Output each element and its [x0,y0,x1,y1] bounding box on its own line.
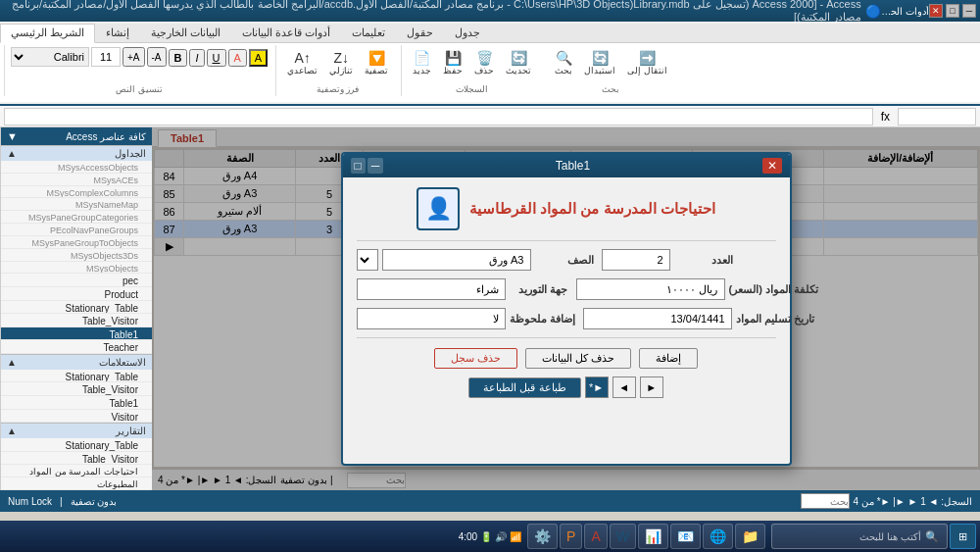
italic-button[interactable]: I [189,49,204,67]
delete-record-button[interactable]: 🗑️ حذف [469,47,499,78]
cost-label: تكلفة المواد (السعر) [729,283,818,296]
nav-item-school-needs[interactable]: احتياجات المدرسة من المواد [1,465,152,477]
nav-item-msyspanegroup[interactable]: MSysPaneGroupToObjects [1,236,152,249]
close-button[interactable]: ✕ [929,4,943,18]
modal-dialog: ✕ Table1 ─ □ 👤 احتياجات المدرسة من الموا… [341,152,792,466]
taskbar-powerpoint[interactable]: P [560,524,582,549]
nav-item-msysobjects[interactable]: MSysObjects [1,262,152,275]
nav-item-stationary3[interactable]: Stationary_Table [1,438,152,452]
tab-external-data[interactable]: البيانات الخارجية [140,24,231,42]
nav-item-visitor[interactable]: Visitor [1,410,152,424]
tab-home[interactable]: الشريط الرئيسي [0,24,95,43]
modal-close-button[interactable]: ✕ [762,158,782,174]
formula-input[interactable] [4,108,873,125]
taskbar-email[interactable]: 📧 [670,524,701,549]
refresh-button[interactable]: 🔄 تحديث [501,47,536,78]
font-color-button[interactable]: A [228,49,247,67]
highlight-button[interactable]: A [249,49,268,67]
start-button[interactable]: ⊞ [950,524,976,549]
nav-item-pec[interactable]: pec [1,274,152,287]
field-date: تاريخ تسليم المواد [583,308,814,329]
tab-table[interactable]: جدول [444,24,491,42]
nav-section-reports[interactable]: التقارير ▲ [1,423,152,438]
field-class: ▼ الصف [357,249,594,271]
goto-button[interactable]: ➡️ انتقال إلى [622,47,672,78]
modal-maximize[interactable]: □ [351,158,366,174]
delete-record-button[interactable]: حذف سجل [434,348,517,369]
ribbon-content: Calibri A+ A- B I U A A تنسيق النص [0,43,980,102]
minimize-button[interactable]: ─ [962,4,976,18]
bold-button[interactable]: B [169,49,188,67]
class-input[interactable] [382,249,531,271]
delete-all-button[interactable]: حذف كل البيانات [525,348,631,369]
replace-button[interactable]: 🔄 استبدال [579,47,620,78]
nav-item-tablevisitor3[interactable]: Table_Visitor [1,452,152,466]
modal-nav-row: طباعة قبل الطباعة ►* ◄ ► [357,376,776,398]
modal-minimize[interactable]: ─ [368,158,384,174]
nav-section-queries[interactable]: الاستعلامات ▲ [1,354,152,370]
taskbar-browser[interactable]: 🌐 [703,524,733,549]
nav-item-msyscomplex[interactable]: MSysComplexColumns [1,186,152,199]
nav-item-product[interactable]: Product [1,287,152,301]
nav-prev-button[interactable]: ◄ [612,376,636,398]
search-bar[interactable]: 🔍 أكتب هنا للبحث [771,524,948,549]
taskbar-word[interactable]: W [610,524,636,549]
modal-controls: ─ □ [351,158,384,174]
nav-item-msysaccessobjects[interactable]: MSysAccessObjects [1,161,152,174]
main-area: كافة عناصر Access ▼ الجداول ▲ MSysAccess… [0,127,980,490]
name-box[interactable]: ألإضافة [898,108,976,125]
nav-new-button[interactable]: ►* [585,376,609,398]
nav-item-teacher[interactable]: Teacher [1,340,152,354]
modal-overlay: ✕ Table1 ─ □ 👤 احتياجات المدرسة من الموا… [152,127,980,490]
taskbar-excel[interactable]: 📊 [638,524,668,549]
nav-item-tablevisitor2[interactable]: Table_Visitor [1,382,152,396]
nav-item-stationary[interactable]: Stationary_Table [1,301,152,315]
tab-help[interactable]: تعليمات [341,24,396,42]
text-format-label: تنسيق النص [116,84,163,94]
taskbar-settings[interactable]: ⚙️ [527,524,558,549]
nav-item-table12[interactable]: Table1 [1,396,152,410]
date-input[interactable] [583,308,732,329]
notes-input[interactable] [357,308,506,329]
cost-input[interactable] [576,278,725,300]
tab-fields[interactable]: حقول [396,24,444,42]
tab-create[interactable]: إنشاء [95,24,140,42]
nav-section-tables[interactable]: الجداول ▲ [1,145,152,161]
add-button[interactable]: إضافة [639,348,698,369]
maximize-button[interactable]: □ [946,4,959,18]
title-icons: 🔵 Access - [Access 2000 (تسجيل على Libra… [4,0,881,24]
nav-item-tablevisitor[interactable]: Table_Visitor [1,314,152,327]
nav-item-msysnamemap[interactable]: MSysNameMap [1,198,152,211]
nav-item-printed[interactable]: المطبوعات [1,477,152,490]
full-title: Access - [Access 2000 (تسجيل على Library… [4,0,861,24]
tab-db-tools[interactable]: أدوات قاعدة البيانات [231,24,341,42]
ascending-sort-button[interactable]: ↑A تصاعدي [282,47,322,78]
count-input[interactable] [602,249,670,271]
nav-item-msysobjects3ds[interactable]: MSysObjects3Ds [1,249,152,262]
save-record-button[interactable]: 💾 حفظ [438,47,467,78]
font-size-input[interactable] [91,47,121,67]
nav-item-msyspanegroupcat[interactable]: MSysPaneGroupCategories [1,211,152,224]
nav-item-table1[interactable]: Table1 [1,327,152,341]
find-button[interactable]: 🔍 بحث [550,47,577,78]
descending-sort-button[interactable]: ↓Z تنازلي [324,47,358,78]
nav-item-stationary2[interactable]: Stationary_Table [1,370,152,383]
modal-titlebar: ✕ Table1 ─ □ [343,154,790,177]
new-record-button[interactable]: 📄 جديد [408,47,436,78]
source-input[interactable] [357,278,506,300]
nav-item-pecolnavpane[interactable]: PEcolNavPaneGroups [1,224,152,236]
taskbar-access[interactable]: A [584,524,607,549]
nav-next-button[interactable]: ► [640,376,663,398]
font-grow-button[interactable]: A+ [122,47,145,67]
nav-item-msysaces[interactable]: MSysACEs [1,174,152,186]
filter-button[interactable]: 🔽 تصفية [360,47,393,78]
tray-time: 4:00 [459,531,477,542]
font-name-select[interactable]: Calibri [11,47,89,67]
nav-pane-menu-icon[interactable]: ▼ [7,130,18,142]
taskbar-file-explorer[interactable]: 📁 [735,524,765,549]
status-search-input[interactable] [801,493,850,509]
underline-button[interactable]: U [207,49,226,67]
font-shrink-button[interactable]: A- [147,47,167,67]
print-preview-button[interactable]: طباعة قبل الطباعة [468,377,580,398]
class-select[interactable]: ▼ [357,249,378,271]
